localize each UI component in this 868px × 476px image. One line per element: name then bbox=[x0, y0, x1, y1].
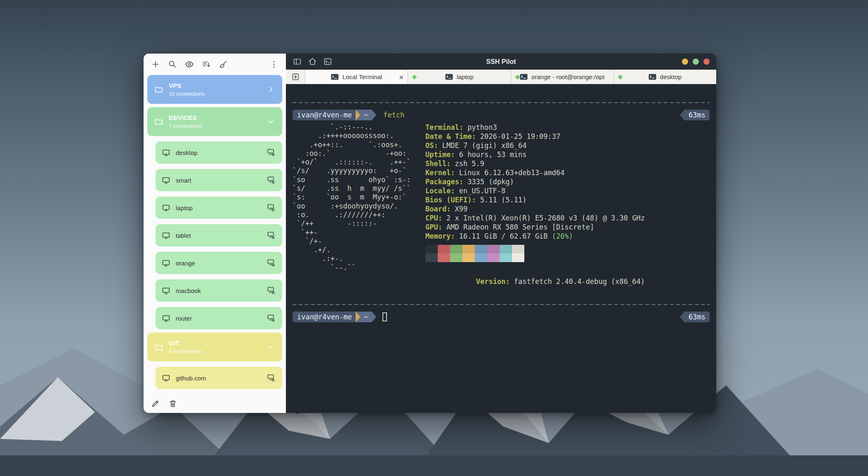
fastfetch-line: Bios (UEFI):5.11 (5.11) bbox=[425, 195, 645, 204]
sidebar-footer bbox=[144, 394, 286, 413]
cleanup-button[interactable] bbox=[218, 59, 229, 70]
connection-item-macbook[interactable]: macbook bbox=[156, 279, 282, 302]
fastfetch-line: Uptime:6 hours, 53 mins bbox=[425, 150, 645, 159]
disconnect-icon bbox=[267, 175, 276, 184]
delete-button[interactable] bbox=[167, 398, 178, 409]
group-header-devices[interactable]: DEVICES 7 connections bbox=[147, 107, 282, 136]
palette-swatch bbox=[512, 245, 524, 253]
tab-local-terminal[interactable]: Local Terminal × bbox=[305, 70, 408, 84]
group-count: 7 connections bbox=[169, 123, 202, 129]
group-text: DEVICES 7 connections bbox=[169, 114, 202, 129]
fastfetch-line: Shell:zsh 5.9 bbox=[425, 159, 645, 168]
disconnect-button[interactable] bbox=[266, 175, 276, 185]
info-value: Linux 6.12.63+deb13-amd64 bbox=[459, 169, 565, 177]
fastfetch-output: `.-::---.. .:++++ooooosssoo:. .+o++::. `… bbox=[292, 123, 710, 295]
info-value: 6 hours, 53 mins bbox=[459, 150, 527, 159]
palette-swatch bbox=[512, 253, 524, 262]
close-button[interactable] bbox=[703, 59, 710, 65]
disconnect-button[interactable] bbox=[266, 313, 276, 323]
disconnect-button[interactable] bbox=[266, 286, 276, 295]
edit-button[interactable] bbox=[150, 398, 161, 409]
disconnect-button[interactable] bbox=[266, 373, 276, 383]
new-tab-button[interactable] bbox=[286, 70, 305, 84]
palette-swatch bbox=[487, 245, 500, 253]
group-header-vps[interactable]: VPS 10 connections bbox=[147, 75, 282, 104]
prompt-user: ivan@r4ven-me bbox=[292, 312, 356, 322]
group-text: VPS 10 connections bbox=[169, 82, 205, 97]
chevron-icon bbox=[267, 85, 275, 94]
home-button[interactable] bbox=[307, 56, 318, 67]
broom-icon bbox=[219, 60, 228, 69]
fastfetch-line: CPU:2 x Intel(R) Xeon(R) E5-2680 v3 (48)… bbox=[425, 213, 645, 223]
group-name: DEVICES bbox=[169, 114, 202, 121]
connection-item-tablet[interactable]: tablet bbox=[156, 224, 282, 246]
tab-orange-root-orange-opt[interactable]: orange - root@orange:/opt × bbox=[511, 70, 613, 84]
info-label: Memory: bbox=[425, 232, 455, 240]
tab-desktop[interactable]: desktop × bbox=[613, 70, 716, 84]
sort-button[interactable] bbox=[201, 59, 212, 70]
folder-icon bbox=[154, 117, 163, 126]
connection-item-desktop[interactable]: desktop bbox=[156, 141, 282, 164]
fastfetch-logo: `.-::---.. .:++++ooooosssoo:. .+o++::. `… bbox=[292, 123, 425, 295]
connection-item-router[interactable]: router bbox=[156, 307, 282, 329]
connection-label: desktop bbox=[176, 149, 198, 156]
connection-label: tablet bbox=[176, 232, 191, 239]
palette-swatch bbox=[462, 245, 475, 253]
disconnect-button[interactable] bbox=[266, 230, 276, 240]
connection-label: laptop bbox=[176, 204, 193, 211]
fastfetch-line: Kernel:Linux 6.12.63+deb13-amd64 bbox=[425, 168, 645, 177]
monitor-icon bbox=[162, 231, 170, 240]
fastfetch-line: Board:X99 bbox=[425, 204, 645, 213]
menu-button[interactable] bbox=[269, 59, 279, 70]
prompt-line-1: ivan@r4ven-me ~ fetch 63ms bbox=[292, 110, 710, 120]
tab-laptop[interactable]: laptop × bbox=[408, 70, 510, 84]
prompt-endcap-icon bbox=[372, 110, 376, 120]
eye-icon bbox=[185, 60, 194, 69]
connection-label: github.com bbox=[176, 375, 206, 382]
timing-arrow-icon bbox=[680, 110, 684, 120]
disconnect-button[interactable] bbox=[266, 258, 276, 268]
group-header-git[interactable]: GIT 4 connections bbox=[147, 333, 282, 361]
timing-arrow-icon bbox=[680, 312, 684, 322]
prompt-user: ivan@r4ven-me bbox=[292, 110, 356, 120]
palette-swatch bbox=[450, 253, 462, 262]
new-tab-icon bbox=[291, 73, 300, 81]
ssh-pilot-window: VPS 10 connections DEVICES 7 connections… bbox=[144, 54, 716, 413]
palette-swatch bbox=[475, 253, 487, 262]
tab-close-button[interactable]: × bbox=[399, 73, 403, 81]
add-connection-button[interactable] bbox=[150, 59, 161, 70]
monitor-icon bbox=[162, 176, 170, 185]
terminal[interactable]: ivan@r4ven-me ~ fetch 63ms `.-::---.. .:… bbox=[286, 84, 716, 413]
disconnect-button[interactable] bbox=[266, 148, 276, 157]
palette-swatch bbox=[438, 253, 450, 262]
connection-item-orange[interactable]: orange bbox=[156, 252, 282, 274]
connection-item-laptop[interactable]: laptop bbox=[156, 197, 282, 219]
disconnect-icon bbox=[267, 258, 276, 267]
connection-label: router bbox=[176, 315, 192, 322]
palette-swatch bbox=[487, 253, 500, 262]
fastfetch-line: Locale:en_US.UTF-8 bbox=[425, 186, 645, 195]
prompt-endcap-icon bbox=[372, 312, 376, 322]
info-value: python3 bbox=[467, 123, 497, 131]
palette-swatch bbox=[425, 253, 438, 262]
connection-item-github-com[interactable]: github.com bbox=[156, 367, 282, 389]
disconnect-button[interactable] bbox=[266, 203, 276, 213]
palette-swatch bbox=[500, 245, 512, 253]
info-label: Bios (UEFI): bbox=[425, 196, 476, 204]
connection-item-smart[interactable]: smart bbox=[156, 169, 282, 191]
new-terminal-button[interactable] bbox=[322, 56, 333, 67]
terminal-icon bbox=[323, 57, 332, 66]
view-button[interactable] bbox=[184, 59, 195, 70]
maximize-button[interactable] bbox=[693, 59, 699, 65]
group-text: GIT 4 connections bbox=[169, 340, 202, 354]
group-count: 4 connections bbox=[169, 348, 202, 354]
sidebar-toggle-button[interactable] bbox=[292, 56, 302, 67]
titlebar: SSH Pilot bbox=[286, 54, 716, 70]
palette-swatch bbox=[438, 245, 450, 253]
minimize-button[interactable] bbox=[682, 59, 688, 65]
info-label: GPU: bbox=[425, 223, 442, 231]
version-label: Version: bbox=[476, 277, 510, 286]
prompt-path: ~ bbox=[360, 110, 372, 120]
search-button[interactable] bbox=[167, 59, 178, 70]
terminal-tab-icon bbox=[649, 74, 656, 80]
